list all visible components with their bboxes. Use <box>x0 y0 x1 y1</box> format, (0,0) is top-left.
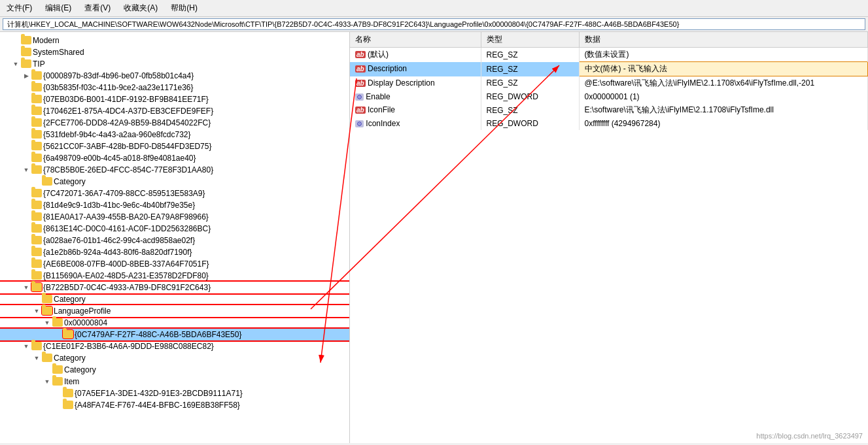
toggle-node4 <box>21 106 31 116</box>
toggle-modern[interactable] <box>10 35 21 46</box>
folder-icon-node6 <box>31 129 42 140</box>
label-node2: {03b5835f-f03c-411b-9ce2-aa23e1171e36} <box>43 83 194 92</box>
tree-item-tip[interactable]: ▼ TIP <box>0 58 349 70</box>
table-row[interactable]: ab IconFileREG_SZE:\software\讯飞输入法\iFlyI… <box>350 103 868 117</box>
folder-icon-b722 <box>31 282 42 293</box>
tree-item-b722c[interactable]: Category <box>0 293 349 305</box>
toggle-node10 <box>21 188 31 199</box>
cell-data: @E:\software\讯飞输入法\iFlyIME\2.1.1708\x64\… <box>579 76 868 91</box>
tree-item-node12[interactable]: {81EA0A17-AA39-455B-BA20-EA79A8F98966} <box>0 211 349 223</box>
label-b722lk: {0C7479AF-F27F-488C-A46B-5BDA6BF43E50} <box>75 330 241 339</box>
tree-item-node14[interactable]: {a028ae76-01b1-46c2-99c4-acd9858ae02f} <box>0 235 349 246</box>
tree-item-node7[interactable]: {5621CC0F-3ABF-428b-BDF0-D8544FD3ED75} <box>0 140 349 152</box>
tree-item-b722l0[interactable]: ▼ 0x00000804 <box>0 317 349 329</box>
label-node17: {B115690A-EA02-48D5-A231-E3578D2FDF80} <box>43 271 209 280</box>
menu-file[interactable]: 文件(F) <box>3 1 36 15</box>
tree-item-node15[interactable]: {a1e2b86b-924a-4d43-80f6-8a820df7190f} <box>0 246 349 258</box>
tree-item-b722lk[interactable]: {0C7479AF-F27F-488C-A46B-5BDA6BF43E50} <box>0 329 349 340</box>
tree-item-systemshared[interactable]: SystemShared <box>0 46 349 58</box>
toggle-node16 <box>21 259 31 269</box>
table-row[interactable]: ab (默认)REG_SZ(数值未设置) <box>350 48 868 62</box>
label-node13: {8613E14C-D0C0-4161-AC0F-1DD2563286BC} <box>43 224 211 233</box>
tree-item-c1eec2[interactable]: Category <box>0 364 349 376</box>
menu-view[interactable]: 查看(V) <box>80 1 114 15</box>
tree-item-c1ee[interactable]: ▼ {C1EE01F2-B3B6-4A6A-9DDD-E988C088EC82} <box>0 340 349 352</box>
folder-icon-systemshared <box>21 47 31 58</box>
tree-item-node17[interactable]: {B115690A-EA02-48D5-A231-E3578D2FDF80} <box>0 270 349 282</box>
table-row[interactable]: ab Display DescriptionREG_SZ@E:\software… <box>350 76 868 91</box>
tree-item-node8[interactable]: {6a498709-e00b-4c45-a018-8f9e4081ae40} <box>0 152 349 164</box>
table-row[interactable]: ⚙ EnableREG_DWORD0x00000001 (1) <box>350 90 868 103</box>
toggle-c1eei1 <box>52 388 63 399</box>
toggle-c1eei[interactable]: ▼ <box>42 376 52 387</box>
cell-name: ab IconFile <box>350 103 481 117</box>
label-node9: {78CB5B0E-26ED-4FCC-854C-77E8F3D1AA80} <box>43 165 213 174</box>
tree-item-b722l[interactable]: ▼ LanguageProfile <box>0 305 349 317</box>
label-node6: {531fdebf-9b4c-4a43-a2aa-960e8fcdc732} <box>43 130 191 139</box>
folder-icon-node12 <box>31 212 42 222</box>
label-c1eei1: {07A5EF1A-3DE1-432D-91E3-2BCDB9111A71} <box>75 389 243 398</box>
tree-item-node5[interactable]: {2FCE7706-DDD8-42A9-8B59-B84D454022FC} <box>0 117 349 129</box>
toggle-b722lk <box>52 329 63 340</box>
folder-icon-tip <box>21 59 31 69</box>
toggle-node1[interactable]: ▶ <box>21 71 31 81</box>
tree-item-c1eei1[interactable]: {07A5EF1A-3DE1-432D-91E3-2BCDB9111A71} <box>0 387 349 399</box>
toggle-tip[interactable]: ▼ <box>10 59 21 69</box>
folder-icon-c1eei2 <box>63 400 73 410</box>
tree-item-c1eei2[interactable]: {A48FA74E-F767-44E4-BFBC-169E8B38FF58} <box>0 399 349 411</box>
tree-item-c1eec[interactable]: ▼ Category <box>0 352 349 364</box>
tree-item-node4[interactable]: {170462E1-875A-4DC4-A37D-EB3CEFDE9FEF} <box>0 105 349 117</box>
tree-item-node16[interactable]: {AE6BE008-07FB-400D-8BEB-337A64F7051F} <box>0 258 349 270</box>
toggle-node13 <box>21 223 31 234</box>
toggle-systemshared[interactable] <box>10 47 21 58</box>
table-row[interactable]: ⚙ IconIndexREG_DWORD0xffffffff (42949672… <box>350 117 868 130</box>
folder-icon-b722l0 <box>52 318 63 328</box>
label-c1eei2: {A48FA74E-F767-44E4-BFBC-169E8B38FF58} <box>75 401 240 410</box>
tree-panel[interactable]: Modern SystemShared ▼ TIP ▶ {0000897b-83… <box>0 32 350 443</box>
folder-icon-node7 <box>31 141 42 152</box>
table-row[interactable]: ab DescriptionREG_SZ中文(简体) - 讯飞输入法 <box>350 62 868 76</box>
label-modern: Modern <box>33 36 60 45</box>
folder-icon-node10 <box>31 188 42 199</box>
tree-item-node1[interactable]: ▶ {0000897b-83df-4b96-be07-0fb58b01c4a4} <box>0 70 349 82</box>
label-node1: {0000897b-83df-4b96-be07-0fb58b01c4a4} <box>43 71 194 80</box>
toggle-b722[interactable]: ▼ <box>21 282 31 293</box>
toggle-c1ee[interactable]: ▼ <box>21 341 31 352</box>
tree-item-node2[interactable]: {03b5835f-f03c-411b-9ce2-aa23e1171e36} <box>0 82 349 93</box>
ab-icon: ab <box>355 78 368 88</box>
folder-icon-c1eei <box>52 376 63 387</box>
tree-item-node6[interactable]: {531fdebf-9b4c-4a43-a2aa-960e8fcdc732} <box>0 129 349 140</box>
tree-item-node10[interactable]: {7C472071-36A7-4709-88CC-859513E583A9} <box>0 188 349 199</box>
label-node8: {6a498709-e00b-4c45-a018-8f9e4081ae40} <box>43 154 196 163</box>
cell-data: (数值未设置) <box>579 48 868 62</box>
tree-item-node3[interactable]: {07EB03D6-B001-41DF-9192-BF9B841EE71F} <box>0 93 349 105</box>
tree-item-node11[interactable]: {81d4e9c9-1d3b-41bc-9e6c-4b40bf79e35e} <box>0 199 349 211</box>
tree-item-node9[interactable]: ▼ {78CB5B0E-26ED-4FCC-854C-77E8F3D1AA80} <box>0 164 349 176</box>
tree-item-node9c[interactable]: Category <box>0 176 349 188</box>
label-b722: {B722B5D7-0C4C-4933-A7B9-DF8C91F2C643} <box>43 283 211 292</box>
tree-item-node13[interactable]: {8613E14C-D0C0-4161-AC0F-1DD2563286BC} <box>0 223 349 235</box>
folder-icon-node5 <box>31 118 42 128</box>
col-name: 名称 <box>350 32 481 48</box>
ab-icon: ab <box>355 64 368 73</box>
menu-edit[interactable]: 编辑(E) <box>41 1 75 15</box>
cell-type: REG_SZ <box>481 103 579 117</box>
folder-icon-node2 <box>31 82 42 93</box>
menu-favorites[interactable]: 收藏夹(A) <box>120 1 162 15</box>
folder-icon-modern <box>21 35 31 46</box>
toggle-b722l[interactable]: ▼ <box>31 306 42 316</box>
toggle-b722l0[interactable]: ▼ <box>42 318 52 328</box>
folder-icon-node3 <box>31 94 42 105</box>
tree-item-c1eei[interactable]: ▼ Item <box>0 376 349 387</box>
folder-icon-b722l <box>42 306 52 316</box>
menu-help[interactable]: 帮助(H) <box>167 1 201 15</box>
tree-item-b722[interactable]: ▼ {B722B5D7-0C4C-4933-A7B9-DF8C91F2C643} <box>0 282 349 293</box>
cell-type: REG_SZ <box>481 76 579 91</box>
label-b722l: LanguageProfile <box>54 306 111 316</box>
toggle-node9[interactable]: ▼ <box>21 165 31 175</box>
label-node5: {2FCE7706-DDD8-42A9-8B59-B84D454022FC} <box>43 118 211 127</box>
tree-item-modern[interactable]: Modern <box>0 35 349 46</box>
address-bar[interactable] <box>3 18 865 30</box>
label-node14: {a028ae76-01b1-46c2-99c4-acd9858ae02f} <box>43 236 195 245</box>
toggle-c1eec[interactable]: ▼ <box>31 353 42 363</box>
